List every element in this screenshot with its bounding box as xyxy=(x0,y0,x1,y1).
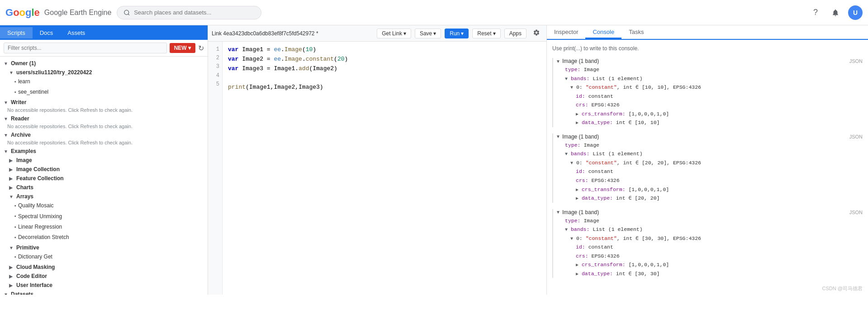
editor-toolbar: Link 4ea3423dbc0a6db83ef8f7c5fd542972 * … xyxy=(208,25,546,42)
get-link-button[interactable]: Get Link ▾ xyxy=(377,29,411,38)
run-button[interactable]: Run ▾ xyxy=(445,29,469,38)
console-section-header-1[interactable]: ▼ Image (1 band) JSON xyxy=(556,58,863,64)
console-section-header-2[interactable]: ▼ Image (1 band) JSON xyxy=(556,134,863,140)
line-number: 4 xyxy=(211,72,219,80)
section-label: Cloud Masking xyxy=(16,264,55,270)
code-content[interactable]: var Image1 = ee . Image ( 10 ) var Image… xyxy=(223,42,546,295)
tree-section-reader[interactable]: ▼ Reader xyxy=(0,114,208,123)
file-label: Decorrelation Stretch xyxy=(18,233,69,242)
console-section-title: Image (1 band) xyxy=(562,58,599,64)
json-label: JSON xyxy=(849,58,863,64)
tree-row: ▼ 0: "constant", int ∈ [30, 30], EPSG:43… xyxy=(560,234,863,243)
refresh-button[interactable]: ↻ xyxy=(198,44,204,53)
tree-section-image[interactable]: ▶ Image xyxy=(0,155,208,164)
tree-row: ▶ crs_transform: [1,0,0,0,1,0] xyxy=(560,185,863,194)
tree-row: ▼ 0: "constant", int ∈ [10, 10], EPSG:43… xyxy=(560,83,863,92)
tree-section-feature-collection[interactable]: ▶ Feature Collection xyxy=(0,173,208,182)
sidebar-tab-scripts[interactable]: Scripts xyxy=(0,27,33,38)
section-label: Charts xyxy=(16,184,33,191)
tree-file-quality-mosaic[interactable]: ▪ Quality Mosaic xyxy=(0,201,208,211)
tree-section-code-editor[interactable]: ▶ Code Editor xyxy=(0,271,208,280)
file-icon: ▪ xyxy=(14,78,16,86)
new-script-button[interactable]: NEW ▾ xyxy=(170,43,195,53)
line-numbers: 1 2 3 4 5 xyxy=(208,42,223,295)
tree-section-examples[interactable]: ▼ Examples xyxy=(0,146,208,155)
sidebar: Scripts Docs Assets NEW ▾ ↻ ▼ Owner (1) … xyxy=(0,25,208,295)
tree-section-datasets[interactable]: ▼ Datasets xyxy=(0,289,208,295)
right-panel: Inspector Console Tasks Use print(...) t… xyxy=(547,25,868,295)
save-button[interactable]: Save ▾ xyxy=(415,29,441,38)
tree-section-writer[interactable]: ▼ Writer xyxy=(0,97,208,106)
help-button[interactable]: ? xyxy=(808,5,823,20)
section-label: Image Collection xyxy=(16,166,60,172)
tree-section-arrays[interactable]: ▼ Arrays xyxy=(0,191,208,201)
tab-inspector[interactable]: Inspector xyxy=(547,26,585,39)
search-bar[interactable] xyxy=(117,6,261,19)
file-label: Quality Mosaic xyxy=(18,201,54,210)
file-icon: ▪ xyxy=(14,212,16,220)
section-label: Examples xyxy=(11,148,36,154)
reset-button[interactable]: Reset ▾ xyxy=(472,29,500,38)
sidebar-tab-docs[interactable]: Docs xyxy=(33,27,61,38)
settings-button[interactable] xyxy=(530,28,543,39)
tree-file-decorrelation-stretch[interactable]: ▪ Decorrelation Stretch xyxy=(0,232,208,243)
tree-row: crs: EPSG:4326 xyxy=(560,100,863,110)
arrow-icon: ▶ xyxy=(9,185,14,190)
section-label: Reader xyxy=(11,115,29,122)
tree-row: type: Image xyxy=(560,216,863,225)
collapse-icon: ▼ xyxy=(556,210,560,215)
arrow-icon: ▼ xyxy=(4,100,9,105)
arrow-icon: ▼ xyxy=(9,70,14,75)
console-section-title: Image (1 band) xyxy=(562,134,599,140)
file-icon: ▪ xyxy=(14,253,16,261)
gear-icon xyxy=(533,29,540,36)
tree-file-dictionary-get[interactable]: ▪ Dictionary Get xyxy=(0,252,208,262)
archive-empty-msg: No accessible repositories. Click Refres… xyxy=(0,139,208,146)
file-icon: ▪ xyxy=(14,234,16,242)
tab-tasks[interactable]: Tasks xyxy=(621,26,651,39)
tree-section-user-repo[interactable]: ▼ users/szliu1120/try_20220422 xyxy=(0,67,208,77)
arrow-icon: ▶ xyxy=(9,167,14,172)
tree-section-cloud-masking[interactable]: ▶ Cloud Masking xyxy=(0,262,208,271)
reader-empty-msg: No accessible repositories. Click Refres… xyxy=(0,123,208,130)
tree-row: ▼ 0: "constant", int ∈ [20, 20], EPSG:43… xyxy=(560,158,863,167)
writer-empty-msg: No accessible repositories. Click Refres… xyxy=(0,106,208,114)
tree-section-owner[interactable]: ▼ Owner (1) xyxy=(0,58,208,67)
code-line-5: print (Image1,Image2,Image3) xyxy=(228,83,541,92)
tree-file-learn[interactable]: ▪ learn xyxy=(0,77,208,87)
filter-scripts-input[interactable] xyxy=(4,43,167,53)
line-number: 3 xyxy=(211,62,219,71)
tree-row: crs: EPSG:4326 xyxy=(560,176,863,185)
section-label: Arrays xyxy=(16,193,33,200)
section-label: User Interface xyxy=(16,282,52,288)
arrow-icon: ▶ xyxy=(9,265,14,270)
console-section-header-3[interactable]: ▼ Image (1 band) JSON xyxy=(556,209,863,215)
file-label: Linear Regression xyxy=(18,223,62,231)
tree-section-user-interface[interactable]: ▶ User Interface xyxy=(0,280,208,289)
tree-row: ▶ data_type: int ∈ [20, 20] xyxy=(560,194,863,203)
google-g-icon: Google xyxy=(5,7,40,19)
console-block-1: ▼ Image (1 band) JSON type: Image ▼ band… xyxy=(552,58,863,127)
code-editor[interactable]: 1 2 3 4 5 var Image1 = ee . Image ( 10 ) xyxy=(208,42,546,295)
user-avatar[interactable]: U xyxy=(848,5,863,20)
tree-file-spectral-unmixing[interactable]: ▪ Spectral Unmixing xyxy=(0,211,208,222)
section-label: Owner (1) xyxy=(11,60,36,67)
notifications-button[interactable] xyxy=(828,5,843,20)
tree-section-primitive[interactable]: ▼ Primitive xyxy=(0,243,208,252)
apps-button[interactable]: Apps xyxy=(504,29,526,38)
tab-console[interactable]: Console xyxy=(585,26,621,39)
search-icon xyxy=(123,9,130,16)
tree-section-charts[interactable]: ▶ Charts xyxy=(0,182,208,191)
file-icon: ▪ xyxy=(14,202,16,210)
sidebar-tab-assets[interactable]: Assets xyxy=(60,27,92,38)
line-number: 5 xyxy=(211,80,219,89)
tree-row: type: Image xyxy=(560,141,863,150)
tree-section-image-collection[interactable]: ▶ Image Collection xyxy=(0,164,208,173)
arrow-icon: ▶ xyxy=(9,283,14,288)
tree-row: crs: EPSG:4326 xyxy=(560,252,863,261)
console-section-title: Image (1 band) xyxy=(562,209,599,215)
tree-file-linear-regression[interactable]: ▪ Linear Regression xyxy=(0,222,208,232)
tree-section-archive[interactable]: ▼ Archive xyxy=(0,130,208,139)
tree-file-see-sentinel[interactable]: ▪ see_sentinel xyxy=(0,87,208,97)
search-input[interactable] xyxy=(134,9,255,16)
